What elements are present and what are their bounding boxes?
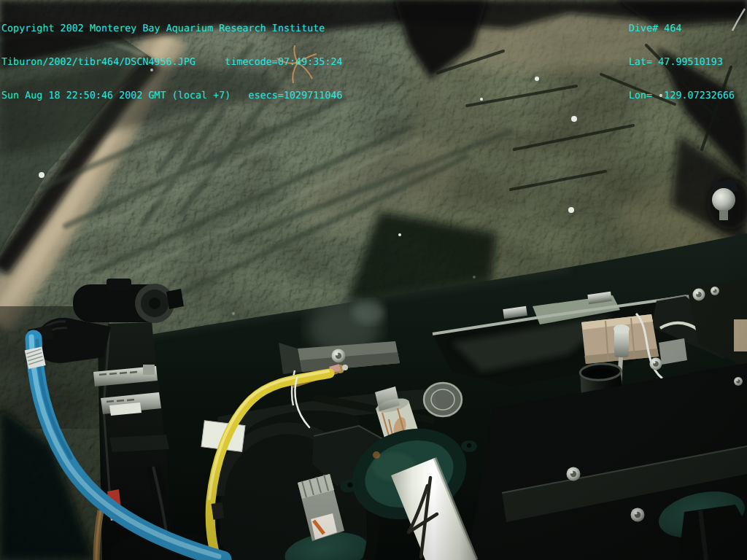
- rov-camera-frame: Copyright 2002 Monterey Bay Aquarium Res…: [0, 0, 747, 560]
- dive-number: Dive# 464: [629, 23, 735, 34]
- file-timecode-line: Tiburon/2002/tibr464/DSCN4956.JPG timeco…: [1, 57, 343, 68]
- latitude: Lat= 47.99510193: [629, 57, 735, 68]
- telemetry-top-right: Dive# 464 Lat= 47.99510193 Lon= -129.072…: [629, 1, 735, 113]
- copyright-line: Copyright 2002 Monterey Bay Aquarium Res…: [1, 23, 343, 34]
- telemetry-top-left: Copyright 2002 Monterey Bay Aquarium Res…: [1, 1, 343, 113]
- datetime-esecs-line: Sun Aug 18 22:50:46 2002 GMT (local +7) …: [1, 90, 343, 101]
- telemetry-bottom: Depth= 2153.0 m Temp= 1.888 C Sal= 34.45…: [1, 545, 466, 560]
- longitude: Lon= -129.07232666: [629, 90, 735, 101]
